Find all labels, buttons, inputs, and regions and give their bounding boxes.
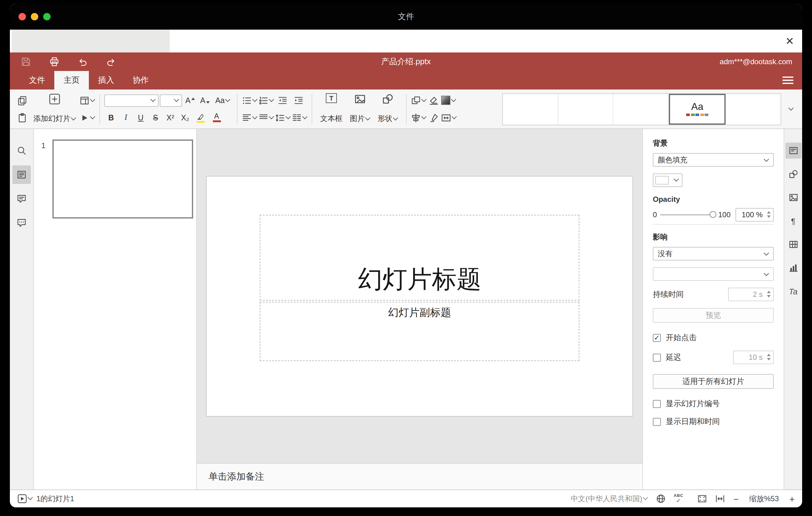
effect-select[interactable]: 没有 [653, 247, 774, 260]
insert-textbox-button[interactable]: T 文本框 [317, 91, 346, 126]
checkbox-unchecked-icon[interactable] [653, 418, 661, 426]
window-zoom-button[interactable] [43, 13, 51, 20]
underline-icon[interactable]: U [134, 110, 147, 125]
theme-option-5[interactable] [726, 93, 781, 124]
chart-settings-icon[interactable] [785, 260, 801, 276]
theme-gallery-expand-icon[interactable] [784, 93, 797, 125]
chat-icon[interactable] [12, 213, 31, 232]
italic-icon[interactable]: I [119, 110, 133, 125]
paragraph-settings-icon[interactable]: ¶ [785, 213, 801, 229]
slides-panel-icon[interactable] [12, 165, 31, 184]
vertical-align-icon[interactable] [259, 110, 274, 125]
save-icon[interactable] [20, 56, 32, 68]
columns-icon[interactable] [292, 110, 307, 125]
align-objects-icon[interactable] [411, 110, 426, 125]
slide-settings-icon[interactable] [785, 143, 801, 159]
undo-icon[interactable] [77, 56, 89, 68]
zoom-in-icon[interactable]: + [789, 493, 795, 504]
line-spacing-icon[interactable] [275, 110, 291, 125]
shape-settings-icon[interactable] [785, 166, 801, 182]
spinner-arrows-icon[interactable] [767, 291, 771, 297]
show-date-time-row[interactable]: 显示日期和时间 [653, 417, 774, 427]
language-select[interactable]: 中文(中华人民共和国) [571, 493, 648, 504]
checkbox-unchecked-icon[interactable] [653, 353, 661, 362]
start-slideshow-icon[interactable] [80, 110, 95, 125]
bold-icon[interactable]: B [104, 110, 118, 125]
insert-image-button[interactable]: 图片 [346, 91, 374, 126]
document-language-icon[interactable] [656, 494, 666, 504]
preview-button[interactable]: 预览 [653, 308, 774, 323]
color-scheme-icon[interactable] [441, 93, 456, 108]
change-case-icon[interactable]: Aa [213, 93, 233, 108]
tab-file[interactable]: 文件 [20, 71, 54, 89]
slide-editor[interactable]: 幻灯片标题 幻灯片副标题 [207, 176, 633, 416]
add-slide-button[interactable]: 添加幻灯片 [30, 91, 80, 126]
print-icon[interactable] [48, 56, 60, 68]
copy-style-icon[interactable] [426, 110, 441, 125]
decrease-indent-icon[interactable] [275, 93, 290, 108]
slide-canvas[interactable]: 幻灯片标题 幻灯片副标题 [197, 129, 642, 463]
spinner-arrows-icon[interactable] [767, 211, 771, 218]
checkbox-unchecked-icon[interactable] [653, 400, 661, 408]
insert-shape-button[interactable]: 形状 [374, 91, 402, 126]
spellcheck-icon[interactable]: ABC ✓ [674, 494, 683, 504]
window-minimize-button[interactable] [31, 13, 38, 20]
checkbox-checked-icon[interactable]: ✓ [653, 334, 661, 342]
fit-width-icon[interactable] [716, 494, 725, 504]
horizontal-align-icon[interactable] [242, 110, 257, 125]
table-settings-icon[interactable] [785, 236, 801, 253]
bullet-list-icon[interactable] [242, 93, 257, 108]
decrease-font-icon[interactable]: A [198, 93, 212, 108]
arrange-objects-icon[interactable] [411, 93, 426, 108]
tab-collaboration[interactable]: 协作 [123, 71, 158, 89]
increase-indent-icon[interactable] [291, 93, 306, 108]
theme-option-3[interactable] [613, 93, 669, 124]
close-icon[interactable]: ✕ [785, 36, 794, 46]
tab-insert[interactable]: 插入 [89, 71, 123, 89]
title-placeholder[interactable]: 幻灯片标题 [260, 215, 579, 300]
notes-area[interactable]: 单击添加备注 [197, 463, 642, 489]
comments-icon[interactable] [12, 190, 31, 208]
start-on-click-row[interactable]: ✓ 开始点击 [653, 333, 774, 343]
redo-icon[interactable] [105, 56, 117, 68]
theme-option-2[interactable] [558, 93, 613, 124]
font-size-select[interactable] [160, 94, 182, 107]
apply-to-all-slides-button[interactable]: 适用于所有幻灯片 [653, 374, 774, 389]
theme-option-1[interactable] [503, 93, 558, 124]
start-slideshow-status-icon[interactable] [17, 494, 33, 504]
copy-icon[interactable] [15, 93, 30, 108]
slide-thumbnail[interactable] [53, 140, 193, 219]
window-close-button[interactable] [19, 13, 26, 20]
zoom-out-icon[interactable]: − [733, 493, 739, 504]
numbered-list-icon[interactable] [259, 93, 274, 108]
effect-type-select[interactable] [653, 267, 774, 281]
delay-input[interactable]: 10 s [733, 351, 774, 364]
opacity-input[interactable]: 100 % [735, 208, 774, 222]
slide-size-icon[interactable] [441, 110, 457, 125]
spinner-arrows-icon[interactable] [767, 354, 771, 361]
font-name-select[interactable] [104, 94, 158, 107]
slider-knob[interactable] [709, 211, 716, 218]
clear-style-icon[interactable] [426, 93, 441, 108]
paste-icon[interactable] [15, 110, 30, 125]
font-color-icon[interactable]: A [209, 110, 224, 125]
textart-settings-icon[interactable]: Ta [785, 283, 801, 299]
duration-input[interactable]: 2 s [728, 288, 774, 301]
background-fill-select[interactable]: 颜色填充 [653, 153, 774, 167]
increase-font-icon[interactable]: A [183, 93, 197, 108]
highlight-color-icon[interactable] [193, 110, 208, 125]
theme-option-selected[interactable]: Aa [669, 93, 726, 124]
change-layout-icon[interactable] [80, 93, 95, 108]
show-slide-number-row[interactable]: 显示幻灯片编号 [653, 399, 774, 409]
superscript-icon[interactable]: X² [164, 110, 177, 125]
menu-icon[interactable] [782, 75, 793, 85]
image-settings-icon[interactable] [785, 190, 801, 205]
search-icon[interactable] [12, 141, 31, 160]
fit-slide-icon[interactable] [698, 494, 707, 504]
subtitle-placeholder[interactable]: 幻灯片副标题 [260, 302, 579, 361]
strikeout-icon[interactable]: S [149, 110, 162, 125]
background-color-picker[interactable] [653, 173, 683, 187]
tab-home[interactable]: 主页 [54, 71, 89, 89]
opacity-slider[interactable] [660, 214, 715, 216]
subscript-icon[interactable]: X₂ [178, 110, 192, 125]
